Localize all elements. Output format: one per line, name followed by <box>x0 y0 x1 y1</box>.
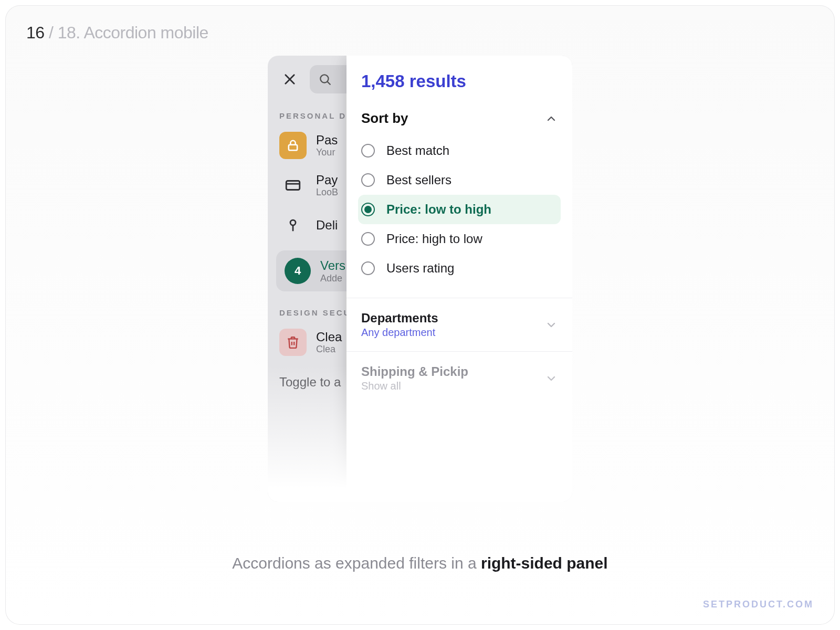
slide-frame: 16 / 18. Accordion mobile PERSONAL DE Pa… <box>5 5 835 625</box>
shipping-sublabel: Show all <box>361 380 468 392</box>
svg-line-3 <box>328 82 330 85</box>
accordion-departments-header[interactable]: Departments Any department <box>346 301 572 348</box>
slide-counter: 16 / 18. Accordion mobile <box>26 23 208 43</box>
sort-option-label: Price: low to high <box>386 202 491 217</box>
divider <box>346 298 572 298</box>
mobile-stage: PERSONAL DE Pas Your Pay LooB <box>268 56 572 502</box>
sort-by-label: Sort by <box>361 110 408 127</box>
filter-panel: 1,458 results Sort by Best match Best se… <box>346 56 572 502</box>
radio-icon <box>361 261 375 275</box>
radio-icon <box>361 144 375 158</box>
close-button[interactable] <box>277 67 302 92</box>
divider <box>346 351 572 352</box>
row-versions-sub: Adde <box>320 273 345 284</box>
sort-radio-group: Best match Best sellers Price: low to hi… <box>346 132 572 295</box>
slide-sep: / <box>45 23 58 42</box>
row-versions-title: Vers <box>320 258 345 273</box>
departments-label: Departments <box>361 311 438 326</box>
caption: Accordions as expanded filters in a righ… <box>5 554 835 572</box>
sort-option-price-high-low[interactable]: Price: high to low <box>358 224 561 254</box>
sort-option-price-low-high[interactable]: Price: low to high <box>358 195 561 224</box>
chevron-down-icon <box>545 372 558 385</box>
radio-icon-selected <box>361 203 375 216</box>
sort-option-label: Price: high to low <box>386 232 482 246</box>
watermark: SETPRODUCT.COM <box>703 599 814 610</box>
accordion-sort-header[interactable]: Sort by <box>346 102 572 132</box>
row-clear-sub: Clea <box>316 344 342 355</box>
trash-icon <box>279 329 307 356</box>
shipping-label: Shipping & Pickip <box>361 364 468 379</box>
sort-option-best-match[interactable]: Best match <box>358 136 561 165</box>
sort-option-best-sellers[interactable]: Best sellers <box>358 165 561 195</box>
chevron-up-icon <box>545 112 558 125</box>
caption-pre: Accordions as expanded filters in a <box>232 554 481 572</box>
search-icon <box>318 72 332 86</box>
chevron-down-icon <box>545 319 558 331</box>
results-count: 1,458 results <box>346 56 572 102</box>
accordion-shipping-header[interactable]: Shipping & Pickip Show all <box>346 355 572 402</box>
row-delivery-title: Deli <box>316 218 338 233</box>
radio-icon <box>361 173 375 187</box>
lock-icon <box>279 132 307 159</box>
row-payment-sub: LooB <box>316 187 338 198</box>
slide-rest: 18. Accordion mobile <box>58 23 208 42</box>
sort-option-label: Users rating <box>386 261 454 276</box>
card-icon <box>279 172 307 199</box>
row-clear-title: Clea <box>316 330 342 344</box>
sort-option-label: Best sellers <box>386 173 452 187</box>
row-password-sub: Your <box>316 147 338 158</box>
close-icon <box>282 72 297 87</box>
row-password-title: Pas <box>316 133 338 148</box>
svg-point-7 <box>290 220 296 225</box>
svg-rect-4 <box>289 145 297 151</box>
radio-icon <box>361 232 375 246</box>
svg-rect-5 <box>286 181 300 190</box>
sort-option-users-rating[interactable]: Users rating <box>358 254 561 283</box>
caption-bold: right-sided panel <box>481 554 608 572</box>
slide-current: 16 <box>26 23 45 42</box>
departments-sublabel: Any department <box>361 327 438 339</box>
row-payment-title: Pay <box>316 173 338 187</box>
pin-icon <box>279 212 307 239</box>
versions-badge: 4 <box>285 258 311 284</box>
sort-option-label: Best match <box>386 143 449 158</box>
